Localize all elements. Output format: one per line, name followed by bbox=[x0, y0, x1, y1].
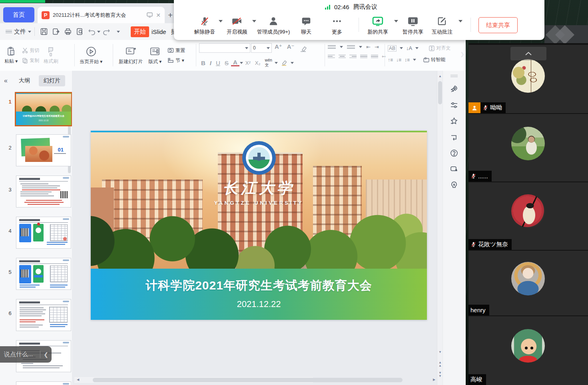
tab-slides[interactable]: 幻灯片 bbox=[39, 75, 65, 86]
bold-button[interactable]: B bbox=[199, 60, 207, 66]
slide-thumbnail-3[interactable] bbox=[16, 176, 71, 207]
scroll-right-icon[interactable]: ▶ bbox=[431, 378, 437, 381]
annotate-button[interactable]: 互动批注 bbox=[420, 15, 464, 36]
settings-sliders-icon[interactable] bbox=[443, 97, 465, 113]
panel-expand-chevron-icon[interactable]: ❯ bbox=[460, 51, 464, 57]
next-slide-icon[interactable]: ▼▼ bbox=[437, 371, 443, 378]
slide-thumbnail-4[interactable] bbox=[16, 217, 71, 249]
section-button[interactable]: 节 ▾ bbox=[166, 56, 187, 65]
ribbon-tab-start[interactable]: 开始 bbox=[131, 26, 149, 37]
new-tab-button[interactable]: + bbox=[168, 10, 173, 20]
help-icon[interactable] bbox=[443, 145, 465, 161]
scrollbar-thumb[interactable] bbox=[438, 81, 442, 104]
end-share-button[interactable]: 结束共享 bbox=[478, 17, 518, 33]
meeting-chat-quick-input[interactable]: 说点什么... ❮ bbox=[0, 346, 52, 363]
font-name-combobox[interactable] bbox=[199, 43, 250, 53]
scroll-up-icon[interactable]: ▲ bbox=[437, 75, 443, 78]
line-spacing-remove-button[interactable]: ↓≡ bbox=[396, 57, 401, 63]
canvas-horizontal-scrollbar[interactable]: ◀ ▶ bbox=[74, 377, 313, 383]
line-spacing-button[interactable]: ↕≡ bbox=[405, 57, 410, 63]
export-button[interactable] bbox=[50, 26, 62, 37]
participant-tile[interactable]: ...... bbox=[468, 114, 588, 182]
ribbon-tab-islide[interactable]: iSlide bbox=[149, 27, 169, 37]
bullet-caret-icon[interactable] bbox=[340, 46, 343, 48]
clear-format-button[interactable] bbox=[297, 43, 309, 54]
font-size-combobox[interactable]: 0 bbox=[251, 43, 272, 53]
redo-button[interactable] bbox=[100, 26, 112, 37]
wps-document-tab[interactable]: P 202112计科...考试考前教育大会 ✕ bbox=[38, 7, 165, 23]
collapse-chat-chevron-icon[interactable]: ❮ bbox=[44, 351, 48, 358]
scroll-down-icon[interactable]: ▼ bbox=[437, 351, 443, 354]
align-text-button[interactable]: 对齐文 bbox=[427, 44, 452, 52]
quick-access-more-caret-icon[interactable] bbox=[112, 26, 124, 37]
tab-outline[interactable]: 大纲 bbox=[14, 75, 35, 86]
text-width-button[interactable]: ⇿ bbox=[382, 54, 386, 59]
previous-slide-icon[interactable]: ▲▲ bbox=[437, 361, 443, 367]
decrease-indent-button[interactable]: ⇤ bbox=[366, 44, 371, 50]
numbered-caret-icon[interactable] bbox=[359, 46, 362, 48]
justify-button[interactable] bbox=[360, 54, 367, 59]
effects-star-icon[interactable] bbox=[443, 113, 465, 129]
cut-button[interactable]: 剪切 bbox=[20, 46, 41, 55]
text-direction-button[interactable]: ↓A bbox=[406, 45, 412, 51]
distribute-button[interactable] bbox=[371, 54, 378, 59]
participant-tile[interactable]: henry bbox=[468, 251, 588, 315]
paste-button[interactable]: 粘贴 ▾ bbox=[2, 46, 20, 65]
participant-tile[interactable]: 花敗ツ無奈 bbox=[468, 182, 588, 250]
underline-button[interactable]: U bbox=[214, 60, 222, 66]
superscript-button[interactable]: X² bbox=[243, 60, 253, 66]
save-button[interactable] bbox=[38, 26, 50, 37]
align-center-button[interactable] bbox=[339, 54, 346, 59]
participant-tile[interactable]: 呦呦 bbox=[468, 45, 588, 113]
print-button[interactable] bbox=[62, 26, 74, 37]
decrease-font-button[interactable]: A⁻ bbox=[285, 43, 297, 54]
annotate-options-caret-icon[interactable] bbox=[458, 20, 462, 22]
rocket-quick-tools-icon[interactable] bbox=[443, 81, 465, 97]
file-menu[interactable]: 文件 bbox=[6, 28, 31, 36]
italic-button[interactable]: I bbox=[208, 60, 213, 66]
slide-thumbnail-6[interactable] bbox=[16, 299, 71, 331]
collapse-participants-chevron[interactable] bbox=[510, 47, 546, 60]
participant-tile[interactable]: 高峻 bbox=[468, 316, 588, 385]
idea-bulb-icon[interactable] bbox=[443, 177, 465, 193]
align-left-button[interactable] bbox=[328, 54, 335, 59]
more-button[interactable]: 更多 bbox=[315, 15, 359, 36]
current-slide[interactable]: 长江大学 YANGTZE UNIVERSITY 计科学院2021年研究生考试考前… bbox=[91, 131, 427, 320]
undo-caret-icon[interactable] bbox=[97, 31, 100, 33]
collapse-sidebar-icon[interactable]: « bbox=[4, 77, 7, 84]
canvas-vertical-scrollbar[interactable]: ▲ ▼ ▲▲ ▼▼ bbox=[437, 71, 443, 385]
format-painter-button[interactable]: 格式刷 bbox=[41, 46, 61, 65]
numbered-list-button[interactable] bbox=[347, 44, 355, 50]
layout-button[interactable]: 版式 ▾ bbox=[146, 46, 164, 65]
slide-thumbnail-8[interactable] bbox=[16, 381, 71, 385]
new-slide-button[interactable]: 新建幻灯片 bbox=[116, 46, 146, 65]
phonetic-caret-icon[interactable] bbox=[275, 62, 278, 64]
reset-button[interactable]: 重置 bbox=[166, 46, 187, 55]
undo-button[interactable] bbox=[86, 26, 98, 37]
phonetic-guide-button[interactable]: wén文 bbox=[263, 58, 274, 68]
char-border-button[interactable]: AB bbox=[388, 45, 397, 52]
eco-hand-icon[interactable] bbox=[443, 161, 465, 177]
copy-button[interactable]: 复制 bbox=[20, 56, 41, 65]
slide-thumbnail-1[interactable]: 计科学院2021年研究生考试考前教育大会 2021.12.22 bbox=[15, 92, 72, 126]
hscrollbar-thumb[interactable] bbox=[93, 378, 403, 382]
font-color-caret-icon[interactable] bbox=[240, 62, 243, 64]
slide-thumbnail-2[interactable]: 01 bbox=[16, 134, 71, 166]
close-tab-icon[interactable]: ✕ bbox=[156, 12, 161, 18]
line-spacing-caret-icon[interactable] bbox=[413, 59, 416, 61]
replay-loop-icon[interactable] bbox=[443, 129, 465, 145]
subscript-button[interactable]: X₂ bbox=[253, 60, 263, 66]
play-from-current-button[interactable]: 当页开始 ▾ bbox=[77, 46, 105, 65]
highlight-button[interactable] bbox=[278, 57, 290, 68]
drag-handle-icon[interactable] bbox=[443, 71, 465, 81]
scroll-left-icon[interactable]: ◀ bbox=[75, 378, 81, 381]
convert-smart-art-button[interactable]: 转智能 bbox=[422, 56, 447, 64]
wps-home-tab[interactable]: 首页 bbox=[3, 7, 34, 22]
increase-indent-button[interactable]: ⇥ bbox=[375, 44, 379, 50]
slide-thumbnail-5[interactable] bbox=[16, 258, 71, 290]
line-spacing-add-button[interactable]: ↑≡ bbox=[388, 57, 393, 63]
strikethrough-button[interactable]: S bbox=[223, 60, 231, 66]
bullet-list-button[interactable] bbox=[328, 44, 336, 50]
text-direction-caret-icon[interactable] bbox=[415, 47, 419, 49]
print-preview-button[interactable] bbox=[74, 26, 86, 37]
